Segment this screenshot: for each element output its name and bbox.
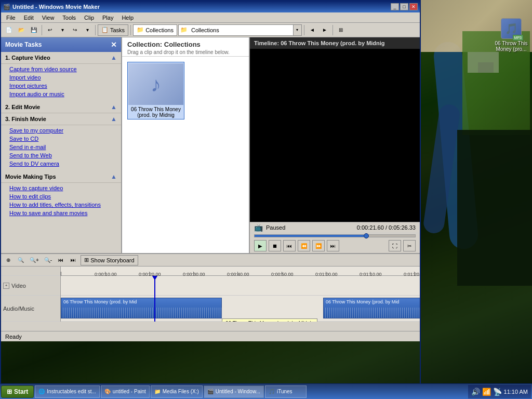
instructables-icon: 🌐 [38, 389, 45, 394]
link-import-pictures[interactable]: Import pictures [9, 82, 117, 90]
progress-thumb[interactable] [364, 233, 369, 238]
taskbar-item-paint[interactable]: 🎨 untitled - Paint [101, 385, 150, 398]
minimize-button[interactable]: _ [391, 3, 399, 10]
start-button[interactable]: ⊞ Start [1, 385, 34, 398]
track-labels: + Video Audio/Music Title Overlay [1, 267, 61, 322]
section-finish-movie[interactable]: 3. Finish Movie ▲ [1, 113, 121, 125]
taskbar-item-instructables[interactable]: 🌐 Instructables edit st... [35, 385, 100, 398]
menu-help[interactable]: Help [118, 14, 137, 22]
link-save-share[interactable]: How to save and share movies [9, 209, 117, 217]
bluetooth-icon[interactable]: 📡 [493, 388, 502, 396]
link-import-video[interactable]: Import video [9, 73, 117, 82]
volume-icon[interactable]: 🔊 [471, 388, 480, 396]
collections-dropdown-arrow[interactable]: ▾ [293, 25, 301, 35]
taskbar-item-media[interactable]: 📁 Media Files (X:) [151, 385, 203, 398]
video-expand[interactable]: + [3, 283, 9, 289]
split-button[interactable]: ✂ [403, 240, 416, 251]
tasks-button[interactable]: 📋 Tasks [98, 24, 128, 36]
link-capture-video-source[interactable]: Capture from video source [9, 65, 117, 73]
taskbar-item-itunes[interactable]: 🎵 iTunes [265, 385, 307, 398]
item-label: 06 Throw This Money (prod. by Midnig [129, 107, 183, 118]
toolbar-separator1 [42, 25, 42, 35]
forward-button[interactable]: ► [319, 24, 330, 36]
section-capture-label: 1. Capture Video [5, 55, 50, 61]
link-save-cd[interactable]: Save to CD [9, 135, 117, 143]
maximize-button[interactable]: □ [400, 3, 408, 10]
audio-clip-1-label: 06 Throw This Money (prod. by Mid [61, 298, 139, 305]
playhead[interactable] [154, 276, 155, 322]
collections-path-input[interactable] [189, 25, 293, 35]
view-button[interactable]: ⊞ [335, 24, 347, 36]
open-button[interactable]: 📂 [16, 24, 27, 36]
redo-button[interactable]: ↪ [69, 24, 81, 36]
tl-search[interactable]: 🔍 [16, 255, 26, 265]
progress-bar[interactable] [254, 234, 416, 237]
link-send-email[interactable]: Send in e-mail [9, 143, 117, 151]
prev-frame-button[interactable]: ⏮ [283, 240, 296, 251]
link-send-dv[interactable]: Send to DV camera [9, 159, 117, 168]
section-capture-video[interactable]: 1. Capture Video ▲ [1, 52, 121, 64]
playback-status: 📺 Paused 0:00:21.60 / 0:05:26.33 [250, 222, 420, 233]
desktop-icon[interactable]: 🎵 MP3 06 Throw This Money (pro... [493, 18, 529, 52]
link-edit-clips[interactable]: How to edit clips [9, 192, 117, 201]
desktop-area: 🎵 MP3 06 Throw This Money (pro... [421, 0, 532, 383]
app-icon: 🎬 [3, 4, 10, 10]
tl-prev[interactable]: ⏮ [56, 255, 66, 265]
tl-zoom-out[interactable]: 🔍- [43, 255, 54, 265]
audio-clip-1[interactable]: 06 Throw This Money (prod. by Mid [61, 298, 222, 318]
moviemaker-icon: 🎬 [207, 389, 214, 394]
track-label-audio: Audio/Music [1, 296, 60, 322]
section-edit-arrow: ▲ [111, 103, 117, 111]
rewind-button[interactable]: ⏪ [298, 240, 310, 251]
monitor-icon: 📺 [254, 223, 263, 232]
network-icon[interactable]: 📶 [482, 388, 491, 396]
link-add-titles[interactable]: How to add titles, effects, transitions [9, 201, 117, 209]
tl-zoom-timeline[interactable]: ⊕ [3, 255, 14, 265]
menu-tools[interactable]: Tools [59, 14, 79, 22]
link-import-audio[interactable]: Import audio or music [9, 90, 117, 98]
undo-button[interactable]: ↩ [44, 24, 56, 36]
menu-edit[interactable]: Edit [21, 14, 37, 22]
collection-item-audio[interactable]: ♪ 06 Throw This Money (prod. by Midnig [127, 62, 184, 119]
tl-zoom-in[interactable]: 🔍+ [28, 255, 41, 265]
storyboard-label: Show Storyboard [90, 257, 134, 263]
fullscreen-button[interactable]: ⛶ [389, 240, 401, 251]
menu-play[interactable]: Play [99, 14, 116, 22]
back-button[interactable]: ◄ [307, 24, 318, 36]
audio-tooltip: 06 Throw This Money (prod. by Midnig Dur… [222, 318, 317, 322]
menu-file[interactable]: File [3, 14, 19, 22]
tl-next[interactable]: ⏭ [68, 255, 78, 265]
audio-waveform-1 [61, 308, 221, 318]
show-storyboard-button[interactable]: ⊞ Show Storyboard [81, 255, 138, 265]
undo-dropdown[interactable]: ▾ [57, 24, 68, 36]
new-button[interactable]: 📄 [3, 24, 15, 36]
structure2 [478, 62, 494, 73]
link-save-computer[interactable]: Save to my computer [9, 126, 117, 135]
collections-nav-button[interactable]: 📁 Collections [133, 24, 177, 36]
timeline-tracks[interactable]: 0:00 0:00:10.00 0:00:20.00 [61, 267, 420, 322]
titlebar-left: 🎬 Untitled - Windows Movie Maker [3, 4, 100, 10]
menu-clip[interactable]: Clip [81, 14, 97, 22]
audio-clip-2[interactable]: 06 Throw This Money (prod. by Mid [323, 298, 420, 318]
link-send-web[interactable]: Send to the Web [9, 151, 117, 159]
taskbar-item-moviemaker[interactable]: 🎬 Untitled - Window... [204, 385, 264, 398]
tasks-icon: 📋 [101, 26, 109, 33]
titlebar: 🎬 Untitled - Windows Movie Maker _ □ ✕ [1, 1, 420, 12]
redo-dropdown[interactable]: ▾ [82, 24, 93, 36]
stop-button[interactable]: ⏹ [269, 240, 281, 251]
save-button[interactable]: 💾 [28, 24, 39, 36]
movie-tasks-close[interactable]: ✕ [111, 41, 117, 49]
mp3-badge: MP3 [513, 35, 523, 41]
fast-forward-button[interactable]: ⏩ [312, 240, 325, 251]
play-button[interactable]: ▶ [254, 240, 267, 251]
menu-view[interactable]: View [39, 14, 58, 22]
close-button[interactable]: ✕ [409, 3, 418, 10]
status-text: Ready [5, 334, 22, 340]
progress-bar-container[interactable] [250, 233, 420, 238]
section-tips[interactable]: Movie Making Tips ▲ [1, 171, 121, 183]
link-capture-how[interactable]: How to capture video [9, 184, 117, 192]
section-edit-movie[interactable]: 2. Edit Movie ▲ [1, 101, 121, 113]
storyboard-icon: ⊞ [84, 257, 89, 263]
section-finish-links: Save to my computer Save to CD Send in e… [1, 125, 121, 171]
next-frame-button[interactable]: ⏭ [327, 240, 339, 251]
